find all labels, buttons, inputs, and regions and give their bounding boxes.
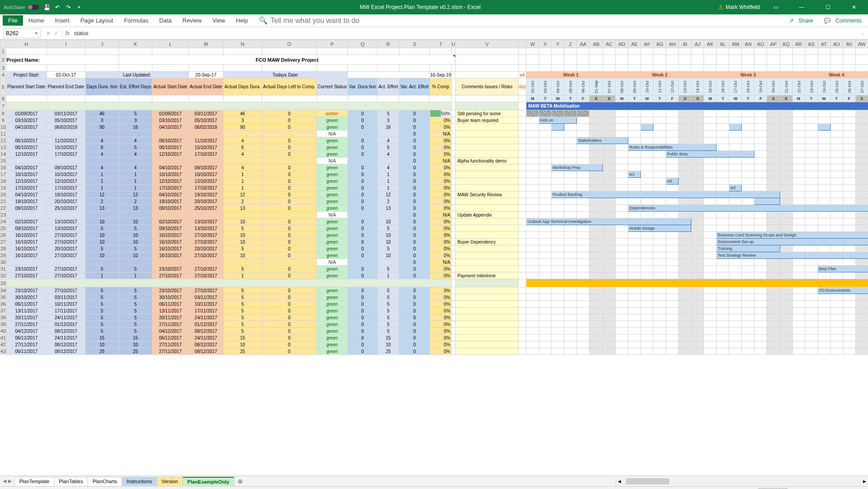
gantt-cell[interactable] <box>653 131 666 137</box>
gantt-cell[interactable] <box>628 321 641 328</box>
gantt-cell[interactable] <box>666 171 679 178</box>
gantt-cell[interactable] <box>704 287 717 294</box>
gantt-task[interactable]: w3 <box>729 185 742 191</box>
gantt-cell[interactable] <box>539 308 552 314</box>
project-start-val[interactable]: 02-Oct-17 <box>46 72 85 78</box>
gantt-cell[interactable] <box>742 158 754 164</box>
gantt-cell[interactable] <box>603 272 616 279</box>
gantt-cell[interactable] <box>792 198 805 205</box>
gantt-cell[interactable] <box>792 185 805 191</box>
gantt-cell[interactable] <box>679 131 691 137</box>
gantt-cell[interactable] <box>641 308 653 314</box>
gantt-cell[interactable] <box>792 308 805 314</box>
col-header[interactable]: O <box>262 40 316 48</box>
gantt-cell[interactable] <box>628 266 641 272</box>
gantt-cell[interactable] <box>552 321 564 328</box>
gantt-cell[interactable] <box>628 151 641 158</box>
tab-insert[interactable]: Insert <box>50 15 75 26</box>
gantt-cell[interactable] <box>729 301 742 308</box>
gantt-cell[interactable] <box>589 294 603 301</box>
gantt-task[interactable] <box>641 124 653 131</box>
comment-cell[interactable] <box>456 259 519 266</box>
col-header[interactable]: X <box>539 40 552 48</box>
gantt-cell[interactable] <box>616 252 628 259</box>
gantt-cell[interactable] <box>704 218 717 225</box>
gantt-cell[interactable] <box>577 178 589 185</box>
gantt-cell[interactable] <box>780 131 792 137</box>
gantt-cell[interactable] <box>653 287 666 294</box>
gantt-cell[interactable] <box>742 198 754 205</box>
gantt-cell[interactable] <box>818 294 830 301</box>
gantt-cell[interactable] <box>589 328 603 335</box>
gantt-cell[interactable] <box>742 348 754 355</box>
data-row[interactable]: 8 01/09/201703/11/2017 465 01/09/201703/… <box>0 110 868 117</box>
gantt-cell[interactable] <box>552 348 564 355</box>
gantt-cell[interactable] <box>805 212 818 218</box>
gantt-cell[interactable] <box>628 131 641 137</box>
qat-dropdown-icon[interactable]: ▾ <box>76 4 83 11</box>
gantt-cell[interactable] <box>742 110 754 117</box>
gantt-cell[interactable] <box>628 185 641 191</box>
gantt-cell[interactable] <box>805 287 818 294</box>
gantt-cell[interactable] <box>717 137 729 144</box>
gantt-cell[interactable] <box>616 164 628 171</box>
gantt-cell[interactable] <box>603 151 616 158</box>
gantt-cell[interactable] <box>589 117 603 124</box>
gantt-cell[interactable] <box>616 185 628 191</box>
gantt-task[interactable]: Stakeholders <box>577 137 628 144</box>
gantt-cell[interactable] <box>653 335 666 341</box>
gantt-cell[interactable] <box>704 321 717 328</box>
gantt-cell[interactable] <box>589 158 603 164</box>
col-header[interactable]: AU <box>830 40 843 48</box>
gantt-cell[interactable] <box>691 301 704 308</box>
gantt-cell[interactable] <box>641 178 653 185</box>
gantt-cell[interactable] <box>792 191 805 198</box>
gantt-cell[interactable] <box>589 178 603 185</box>
gantt-cell[interactable] <box>729 137 742 144</box>
gantt-cell[interactable] <box>792 259 805 266</box>
gantt-cell[interactable] <box>691 158 704 164</box>
gantt-cell[interactable] <box>704 212 717 218</box>
gantt-cell[interactable] <box>767 117 780 124</box>
gantt-cell[interactable] <box>564 110 577 117</box>
gantt-cell[interactable] <box>704 245 717 252</box>
gantt-cell[interactable] <box>577 124 589 131</box>
formula-input[interactable]: status <box>72 30 857 36</box>
gantt-cell[interactable] <box>577 294 589 301</box>
gantt-cell[interactable] <box>641 131 653 137</box>
gantt-cell[interactable] <box>729 328 742 335</box>
gantt-cell[interactable] <box>855 191 868 198</box>
gantt-cell[interactable] <box>641 301 653 308</box>
gantt-cell[interactable] <box>704 272 717 279</box>
gantt-cell[interactable] <box>704 225 717 232</box>
gantt-cell[interactable] <box>843 117 855 124</box>
gantt-cell[interactable] <box>603 266 616 272</box>
gantt-cell[interactable] <box>855 117 868 124</box>
gantt-cell[interactable] <box>577 110 589 117</box>
gantt-cell[interactable] <box>564 259 577 266</box>
gantt-cell[interactable] <box>729 272 742 279</box>
gantt-cell[interactable] <box>780 314 792 321</box>
col-header[interactable]: AN <box>742 40 754 48</box>
col-header[interactable]: N <box>224 40 262 48</box>
gantt-cell[interactable] <box>628 341 641 348</box>
gantt-cell[interactable] <box>552 239 564 245</box>
gantt-cell[interactable] <box>805 308 818 314</box>
gantt-cell[interactable] <box>679 308 691 314</box>
gantt-cell[interactable] <box>855 314 868 321</box>
gantt-cell[interactable] <box>754 144 767 151</box>
gantt-cell[interactable] <box>641 164 653 171</box>
gantt-cell[interactable] <box>742 212 754 218</box>
gantt-cell[interactable] <box>742 178 754 185</box>
gantt-cell[interactable] <box>691 321 704 328</box>
gantt-cell[interactable] <box>616 198 628 205</box>
gantt-cell[interactable] <box>792 218 805 225</box>
gantt-cell[interactable] <box>704 259 717 266</box>
gantt-cell[interactable] <box>767 178 780 185</box>
gantt-cell[interactable] <box>704 301 717 308</box>
gantt-cell[interactable] <box>792 131 805 137</box>
data-row[interactable]: 16 04/10/201709/10/2017 44 04/10/201709/… <box>0 164 868 171</box>
gantt-cell[interactable] <box>855 301 868 308</box>
gantt-cell[interactable] <box>729 259 742 266</box>
gantt-cell[interactable] <box>653 328 666 335</box>
